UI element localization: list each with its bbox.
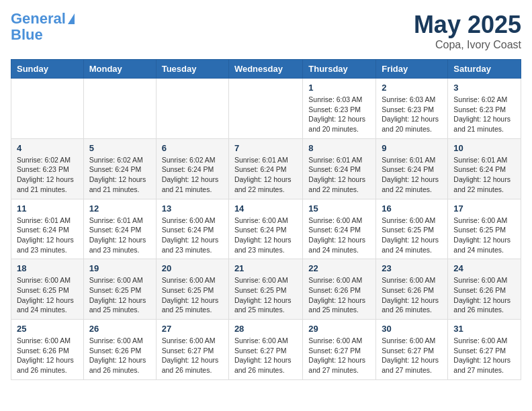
calendar-cell: 15Sunrise: 6:00 AM Sunset: 6:24 PM Dayli… <box>303 199 376 259</box>
day-info: Sunrise: 6:00 AM Sunset: 6:27 PM Dayligh… <box>453 336 515 375</box>
calendar-cell: 7Sunrise: 6:01 AM Sunset: 6:24 PM Daylig… <box>228 138 302 199</box>
calendar-cell: 9Sunrise: 6:01 AM Sunset: 6:24 PM Daylig… <box>376 138 448 199</box>
calendar-cell: 11Sunrise: 6:01 AM Sunset: 6:24 PM Dayli… <box>11 199 84 259</box>
page-header: General Blue May 2025 Copa, Ivory Coast <box>11 11 521 51</box>
day-info: Sunrise: 6:01 AM Sunset: 6:24 PM Dayligh… <box>89 216 150 255</box>
calendar-cell: 19Sunrise: 6:00 AM Sunset: 6:25 PM Dayli… <box>83 259 156 320</box>
calendar-cell <box>83 79 156 139</box>
calendar-cell: 25Sunrise: 6:00 AM Sunset: 6:26 PM Dayli… <box>11 320 84 380</box>
day-info: Sunrise: 6:03 AM Sunset: 6:23 PM Dayligh… <box>382 95 442 134</box>
day-number: 20 <box>162 263 223 273</box>
day-info: Sunrise: 6:01 AM Sunset: 6:24 PM Dayligh… <box>453 155 515 195</box>
day-info: Sunrise: 6:00 AM Sunset: 6:24 PM Dayligh… <box>308 216 370 255</box>
day-info: Sunrise: 6:02 AM Sunset: 6:24 PM Dayligh… <box>89 155 150 195</box>
day-number: 5 <box>89 143 150 153</box>
day-number: 4 <box>17 143 78 153</box>
calendar-cell: 3Sunrise: 6:02 AM Sunset: 6:23 PM Daylig… <box>448 79 521 139</box>
day-number: 28 <box>234 324 297 334</box>
day-number: 8 <box>308 143 370 153</box>
calendar-cell: 16Sunrise: 6:00 AM Sunset: 6:25 PM Dayli… <box>376 199 448 259</box>
calendar-cell: 29Sunrise: 6:00 AM Sunset: 6:27 PM Dayli… <box>303 320 376 380</box>
calendar-cell: 10Sunrise: 6:01 AM Sunset: 6:24 PM Dayli… <box>448 138 521 199</box>
day-number: 13 <box>162 203 223 214</box>
day-number: 6 <box>162 143 223 153</box>
day-info: Sunrise: 6:00 AM Sunset: 6:25 PM Dayligh… <box>17 275 78 315</box>
calendar-cell: 26Sunrise: 6:00 AM Sunset: 6:26 PM Dayli… <box>83 320 156 380</box>
calendar-cell: 22Sunrise: 6:00 AM Sunset: 6:26 PM Dayli… <box>303 259 376 320</box>
calendar-table: SundayMondayTuesdayWednesdayThursdayFrid… <box>11 59 521 380</box>
calendar-cell: 17Sunrise: 6:00 AM Sunset: 6:25 PM Dayli… <box>448 199 521 259</box>
col-header-saturday: Saturday <box>448 60 521 79</box>
day-number: 22 <box>308 263 370 273</box>
calendar-cell: 24Sunrise: 6:00 AM Sunset: 6:26 PM Dayli… <box>448 259 521 320</box>
day-number: 3 <box>453 83 515 93</box>
col-header-sunday: Sunday <box>11 60 84 79</box>
day-info: Sunrise: 6:00 AM Sunset: 6:27 PM Dayligh… <box>308 336 370 375</box>
day-info: Sunrise: 6:00 AM Sunset: 6:26 PM Dayligh… <box>17 336 78 375</box>
calendar-cell: 14Sunrise: 6:00 AM Sunset: 6:24 PM Dayli… <box>228 199 302 259</box>
day-number: 21 <box>234 263 297 273</box>
day-number: 24 <box>453 263 515 273</box>
day-info: Sunrise: 6:00 AM Sunset: 6:26 PM Dayligh… <box>453 275 515 315</box>
day-info: Sunrise: 6:00 AM Sunset: 6:27 PM Dayligh… <box>162 336 223 375</box>
day-number: 14 <box>234 203 297 214</box>
day-number: 29 <box>308 324 370 334</box>
day-info: Sunrise: 6:00 AM Sunset: 6:25 PM Dayligh… <box>234 275 297 315</box>
day-number: 23 <box>382 263 442 273</box>
col-header-wednesday: Wednesday <box>228 60 302 79</box>
day-number: 9 <box>382 143 442 153</box>
calendar-cell <box>228 79 302 139</box>
col-header-tuesday: Tuesday <box>156 60 228 79</box>
day-number: 31 <box>453 324 515 334</box>
day-number: 25 <box>17 324 78 334</box>
calendar-cell: 27Sunrise: 6:00 AM Sunset: 6:27 PM Dayli… <box>156 320 228 380</box>
title-block: May 2025 Copa, Ivory Coast <box>414 11 521 51</box>
calendar-cell: 13Sunrise: 6:00 AM Sunset: 6:24 PM Dayli… <box>156 199 228 259</box>
day-info: Sunrise: 6:00 AM Sunset: 6:25 PM Dayligh… <box>453 216 515 255</box>
calendar-cell: 8Sunrise: 6:01 AM Sunset: 6:24 PM Daylig… <box>303 138 376 199</box>
day-number: 10 <box>453 143 515 153</box>
day-number: 30 <box>382 324 442 334</box>
calendar-cell: 6Sunrise: 6:02 AM Sunset: 6:24 PM Daylig… <box>156 138 228 199</box>
day-info: Sunrise: 6:00 AM Sunset: 6:25 PM Dayligh… <box>382 216 442 255</box>
location: Copa, Ivory Coast <box>414 39 521 51</box>
day-info: Sunrise: 6:02 AM Sunset: 6:23 PM Dayligh… <box>453 95 515 134</box>
calendar-cell: 21Sunrise: 6:00 AM Sunset: 6:25 PM Dayli… <box>228 259 302 320</box>
day-info: Sunrise: 6:02 AM Sunset: 6:23 PM Dayligh… <box>17 155 78 195</box>
day-info: Sunrise: 6:01 AM Sunset: 6:24 PM Dayligh… <box>234 155 297 195</box>
calendar-cell: 5Sunrise: 6:02 AM Sunset: 6:24 PM Daylig… <box>83 138 156 199</box>
col-header-thursday: Thursday <box>303 60 376 79</box>
col-header-friday: Friday <box>376 60 448 79</box>
day-number: 2 <box>382 83 442 93</box>
day-info: Sunrise: 6:00 AM Sunset: 6:25 PM Dayligh… <box>89 275 150 315</box>
day-number: 15 <box>308 203 370 214</box>
day-number: 19 <box>89 263 150 273</box>
day-number: 26 <box>89 324 150 334</box>
calendar-cell: 18Sunrise: 6:00 AM Sunset: 6:25 PM Dayli… <box>11 259 84 320</box>
day-info: Sunrise: 6:00 AM Sunset: 6:26 PM Dayligh… <box>382 275 442 315</box>
calendar-cell: 1Sunrise: 6:03 AM Sunset: 6:23 PM Daylig… <box>303 79 376 139</box>
day-info: Sunrise: 6:01 AM Sunset: 6:24 PM Dayligh… <box>382 155 442 195</box>
calendar-cell: 23Sunrise: 6:00 AM Sunset: 6:26 PM Dayli… <box>376 259 448 320</box>
day-info: Sunrise: 6:01 AM Sunset: 6:24 PM Dayligh… <box>17 216 78 255</box>
day-info: Sunrise: 6:01 AM Sunset: 6:24 PM Dayligh… <box>308 155 370 195</box>
day-info: Sunrise: 6:00 AM Sunset: 6:27 PM Dayligh… <box>234 336 297 375</box>
calendar-cell <box>11 79 84 139</box>
logo: General Blue <box>11 11 75 43</box>
day-number: 11 <box>17 203 78 214</box>
day-info: Sunrise: 6:00 AM Sunset: 6:26 PM Dayligh… <box>308 275 370 315</box>
day-number: 18 <box>17 263 78 273</box>
day-info: Sunrise: 6:03 AM Sunset: 6:23 PM Dayligh… <box>308 95 370 134</box>
month-title: May 2025 <box>414 11 521 39</box>
calendar-cell: 31Sunrise: 6:00 AM Sunset: 6:27 PM Dayli… <box>448 320 521 380</box>
day-number: 27 <box>162 324 223 334</box>
day-info: Sunrise: 6:02 AM Sunset: 6:24 PM Dayligh… <box>162 155 223 195</box>
day-info: Sunrise: 6:00 AM Sunset: 6:26 PM Dayligh… <box>89 336 150 375</box>
day-info: Sunrise: 6:00 AM Sunset: 6:24 PM Dayligh… <box>234 216 297 255</box>
calendar-cell: 2Sunrise: 6:03 AM Sunset: 6:23 PM Daylig… <box>376 79 448 139</box>
calendar-cell: 20Sunrise: 6:00 AM Sunset: 6:25 PM Dayli… <box>156 259 228 320</box>
calendar-cell: 4Sunrise: 6:02 AM Sunset: 6:23 PM Daylig… <box>11 138 84 199</box>
calendar-cell: 30Sunrise: 6:00 AM Sunset: 6:27 PM Dayli… <box>376 320 448 380</box>
calendar-cell: 28Sunrise: 6:00 AM Sunset: 6:27 PM Dayli… <box>228 320 302 380</box>
logo-text-line1: General <box>11 11 75 27</box>
